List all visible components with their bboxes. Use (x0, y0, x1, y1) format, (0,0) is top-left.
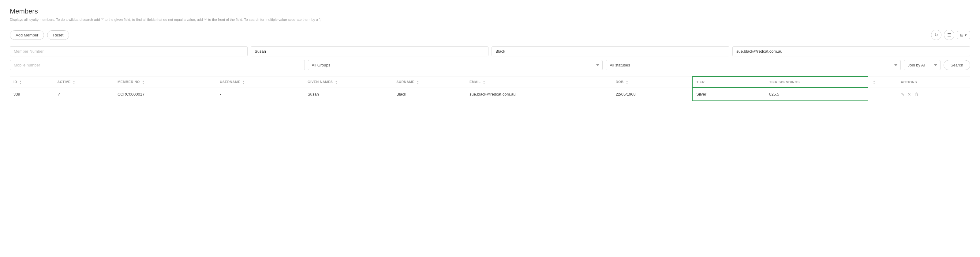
sort-memberno-icons: ▲ ▼ (142, 80, 144, 85)
edit-icon[interactable]: ✎ (901, 92, 904, 97)
cell-email: sue.black@redcat.com.au (466, 88, 612, 101)
cell-tierspendings: 825.5 (765, 88, 868, 101)
cell-active: ✓ (54, 88, 114, 101)
cell-actions: ✎ ✕ 🗑 (897, 88, 970, 101)
add-member-button[interactable]: Add Member (10, 30, 44, 40)
columns-icon: ⊞ (960, 33, 964, 37)
list-view-button[interactable]: ☰ (944, 30, 954, 40)
statuses-select[interactable]: All statuses (606, 60, 901, 70)
cell-username: - (216, 88, 304, 101)
search-fields-row1 (10, 46, 970, 56)
col-header-active[interactable]: ACTIVE ▲ ▼ (54, 77, 114, 88)
list-icon: ☰ (947, 32, 951, 37)
cancel-icon[interactable]: ✕ (907, 92, 911, 97)
mobile-input[interactable] (10, 60, 305, 70)
delete-icon[interactable]: 🗑 (914, 92, 918, 97)
col-header-dob[interactable]: DOB ▲ ▼ (612, 77, 693, 88)
toolbar-right: ↻ ☰ ⊞ ▾ (931, 30, 970, 40)
cell-givennames: Susan (304, 88, 393, 101)
cell-sort-extra (868, 88, 897, 101)
page-subtitle: Displays all loyalty members. To do a wi… (10, 17, 970, 22)
reset-button[interactable]: Reset (47, 30, 69, 40)
member-number-input[interactable] (10, 46, 248, 56)
columns-button[interactable]: ⊞ ▾ (957, 31, 970, 39)
sort-extra-icons: ▲ ▼ (873, 80, 875, 85)
toolbar-left: Add Member Reset (10, 30, 69, 40)
search-fields-row2: All Groups All statuses Join by Al Searc… (10, 60, 970, 70)
cell-memberno: CCRC0000017 (114, 88, 216, 101)
sort-dob-icons: ▲ ▼ (626, 80, 628, 85)
cell-tier: Silver (692, 88, 765, 101)
col-header-memberno[interactable]: MEMBER NO ▲ ▼ (114, 77, 216, 88)
table-row: 339 ✓ CCRC0000017 - Susan Black sue.blac… (10, 88, 970, 101)
first-name-input[interactable] (251, 46, 488, 56)
col-header-id[interactable]: ID ▲ ▼ (10, 77, 54, 88)
sort-id-icons: ▲ ▼ (19, 80, 22, 85)
toolbar: Add Member Reset ↻ ☰ ⊞ ▾ (10, 30, 970, 40)
sort-surname-icons: ▲ ▼ (417, 80, 419, 85)
col-header-actions: ACTIONS (897, 77, 970, 88)
sort-username-icons: ▲ ▼ (243, 80, 245, 85)
members-table: ID ▲ ▼ ACTIVE ▲ ▼ MEMBER (10, 76, 970, 101)
col-header-username[interactable]: USERNAME ▲ ▼ (216, 77, 304, 88)
cell-dob: 22/05/1968 (612, 88, 693, 101)
cell-id: 339 (10, 88, 54, 101)
groups-select[interactable]: All Groups (308, 60, 603, 70)
search-button[interactable]: Search (943, 60, 970, 70)
sort-active-icons: ▲ ▼ (73, 80, 75, 85)
active-checkmark: ✓ (57, 92, 61, 97)
page-title: Members (10, 7, 970, 15)
action-icons: ✎ ✕ 🗑 (901, 92, 967, 97)
sort-givennames-icons: ▲ ▼ (335, 80, 337, 85)
members-table-container: ID ▲ ▼ ACTIVE ▲ ▼ MEMBER (10, 76, 970, 101)
refresh-button[interactable]: ↻ (931, 30, 942, 40)
chevron-down-icon: ▾ (965, 33, 967, 37)
col-header-tierspendings: TIER SPENDINGS (765, 77, 868, 88)
last-name-input[interactable] (492, 46, 729, 56)
refresh-icon: ↻ (934, 32, 938, 37)
col-header-sort-extra[interactable]: ▲ ▼ (868, 77, 897, 88)
col-header-email[interactable]: EMAIL ▲ ▼ (466, 77, 612, 88)
col-header-givennames[interactable]: GIVEN NAMES ▲ ▼ (304, 77, 393, 88)
table-header-row: ID ▲ ▼ ACTIVE ▲ ▼ MEMBER (10, 77, 970, 88)
email-input[interactable] (732, 46, 970, 56)
col-header-surname[interactable]: SURNAME ▲ ▼ (393, 77, 466, 88)
col-header-tier: TIER (692, 77, 765, 88)
join-by-select[interactable]: Join by Al (904, 60, 940, 70)
cell-surname: Black (393, 88, 466, 101)
sort-email-icons: ▲ ▼ (483, 80, 485, 85)
